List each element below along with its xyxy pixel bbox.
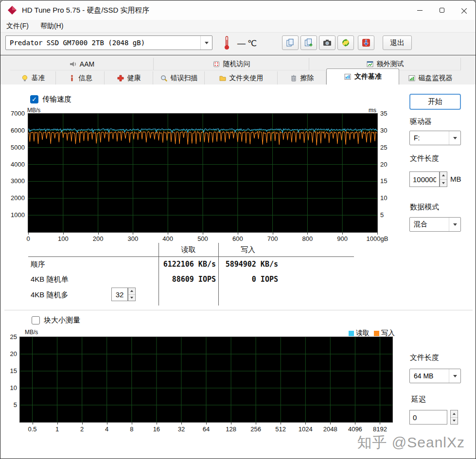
legend-read-label: 读取 xyxy=(356,329,370,338)
tab-aam[interactable]: AAM xyxy=(10,58,154,70)
temperature-value: — xyxy=(237,39,246,49)
spin-up-icon[interactable] xyxy=(128,288,135,295)
tab-folder-usage[interactable]: 文件夹使用 xyxy=(205,71,278,85)
queue-depth-input[interactable] xyxy=(111,288,128,301)
queue-depth-spinner[interactable] xyxy=(128,288,136,301)
exit-button[interactable]: 退出 xyxy=(383,35,412,50)
block-file-length-label: 文件长度 xyxy=(410,353,439,362)
random-single-row-label: 4KB 随机单 xyxy=(31,275,69,284)
write-column-header: 写入 xyxy=(218,245,278,255)
web-button[interactable] xyxy=(337,35,354,50)
axis-tick-label: 256 xyxy=(244,425,268,433)
globe-refresh-icon xyxy=(341,38,351,48)
y-right-unit-label: ms xyxy=(369,107,376,114)
latency-spinner[interactable] xyxy=(450,410,458,425)
axis-tick-label: 1000 xyxy=(3,211,25,219)
save-results-button[interactable] xyxy=(358,35,374,50)
disk-monitor-icon xyxy=(408,74,416,82)
file-length-spinner[interactable] xyxy=(440,171,447,187)
tab-random-access[interactable]: 随机访问 xyxy=(154,58,309,70)
tab-file-benchmark[interactable]: 文件基准 xyxy=(326,68,399,85)
tab-label: 额外测试 xyxy=(377,60,404,68)
lightbulb-icon xyxy=(21,74,29,82)
extra-tests-icon xyxy=(366,60,374,68)
transfer-speed-chart xyxy=(28,114,377,232)
axis-tick-label: 1000gB xyxy=(363,235,392,242)
axis-tick xyxy=(107,423,107,425)
device-select[interactable]: Predator SSD GM7000 2TB (2048 gB) xyxy=(5,35,212,50)
drive-select[interactable]: F: xyxy=(409,131,461,145)
drive-select-value: F: xyxy=(410,134,449,142)
random-multi-row-label: 4KB 随机多 xyxy=(31,290,69,300)
axis-tick-label: 0.5 xyxy=(20,425,45,433)
tab-label: 文件基准 xyxy=(354,72,382,81)
spin-down-icon[interactable] xyxy=(440,180,447,187)
axis-tick-label: 2048 xyxy=(318,425,342,433)
tab-health[interactable]: 健康 xyxy=(105,71,153,85)
spin-down-icon[interactable] xyxy=(451,418,458,425)
spin-up-icon[interactable] xyxy=(451,410,458,418)
transfer-speed-checkbox[interactable]: 传输速度 xyxy=(30,95,71,104)
screenshot-button[interactable] xyxy=(319,35,335,50)
axis-tick-label: 16 xyxy=(144,425,169,433)
tab-benchmark[interactable]: 基准 xyxy=(10,71,56,85)
table-header-rule xyxy=(28,256,354,257)
sequential-read-value: 6122106 KB/s xyxy=(160,260,216,269)
legend-write-swatch xyxy=(374,331,379,336)
axis-tick xyxy=(168,233,168,235)
axis-tick-label: 25 xyxy=(380,144,395,151)
close-icon xyxy=(461,7,467,13)
checkbox-label: 传输速度 xyxy=(42,95,71,104)
maximize-icon xyxy=(440,8,444,13)
copy-button[interactable] xyxy=(282,35,299,50)
file-length-label: 文件长度 xyxy=(410,154,439,163)
axis-tick-label: 1 xyxy=(45,425,70,433)
copy-add-button[interactable] xyxy=(300,35,317,50)
block-size-checkbox[interactable]: 块大小测量 xyxy=(32,316,80,325)
tab-row-2: 基准 信息 健康 错误扫描 文件夹使用 xyxy=(10,70,461,85)
axis-tick-label: 512 xyxy=(268,425,293,433)
table-divider xyxy=(218,243,219,306)
axis-tick xyxy=(342,233,343,235)
tab-disk-monitor[interactable]: 磁盘监视器 xyxy=(399,71,461,85)
menu-file[interactable]: 文件(F) xyxy=(0,21,35,32)
file-length-input[interactable] xyxy=(409,171,440,187)
latency-input[interactable] xyxy=(409,410,447,425)
spin-up-icon[interactable] xyxy=(440,172,447,180)
window-title: HD Tune Pro 5.75 - 硬盘/SSD 实用程序 xyxy=(22,6,150,15)
axis-tick-label: 10 xyxy=(380,194,395,202)
data-mode-label: 数据模式 xyxy=(410,203,439,212)
data-mode-select[interactable]: 混合 xyxy=(409,217,461,232)
axis-tick-label: 700 xyxy=(258,235,287,242)
axis-tick-label: 7000 xyxy=(3,110,25,117)
tab-label: 错误扫描 xyxy=(171,74,198,83)
random-single-write-value: 0 IOPS xyxy=(222,275,278,284)
axis-tick-label: 0 xyxy=(14,235,43,242)
block-size-chart xyxy=(20,337,392,422)
axis-tick xyxy=(380,423,380,425)
menu-bar: 文件(F) 帮助(H) xyxy=(0,20,476,33)
axis-tick-label: 30 xyxy=(380,127,395,134)
start-button[interactable]: 开始 xyxy=(409,94,461,110)
axis-tick xyxy=(238,233,238,235)
menu-help[interactable]: 帮助(H) xyxy=(35,21,69,32)
block-file-length-select[interactable]: 64 MB xyxy=(409,369,461,383)
app-icon xyxy=(7,5,17,15)
tab-info[interactable]: 信息 xyxy=(56,71,105,85)
axis-tick xyxy=(305,423,306,425)
file-benchmark-icon xyxy=(344,73,352,81)
axis-tick-label: 300 xyxy=(118,235,147,242)
maximize-button[interactable] xyxy=(431,0,453,20)
spin-down-icon[interactable] xyxy=(128,295,135,301)
latency-label: 延迟 xyxy=(411,395,426,404)
axis-tick xyxy=(206,423,207,425)
health-cross-icon xyxy=(117,74,124,82)
axis-tick-label: 20 xyxy=(0,350,17,357)
minimize-button[interactable] xyxy=(408,0,431,20)
title-bar: HD Tune Pro 5.75 - 硬盘/SSD 实用程序 xyxy=(0,0,476,20)
tab-label: 文件夹使用 xyxy=(229,74,264,83)
close-button[interactable] xyxy=(453,0,476,20)
tab-erase[interactable]: 擦除 xyxy=(278,71,326,85)
tab-error-scan[interactable]: 错误扫描 xyxy=(153,71,205,85)
chevron-down-icon xyxy=(449,131,460,145)
